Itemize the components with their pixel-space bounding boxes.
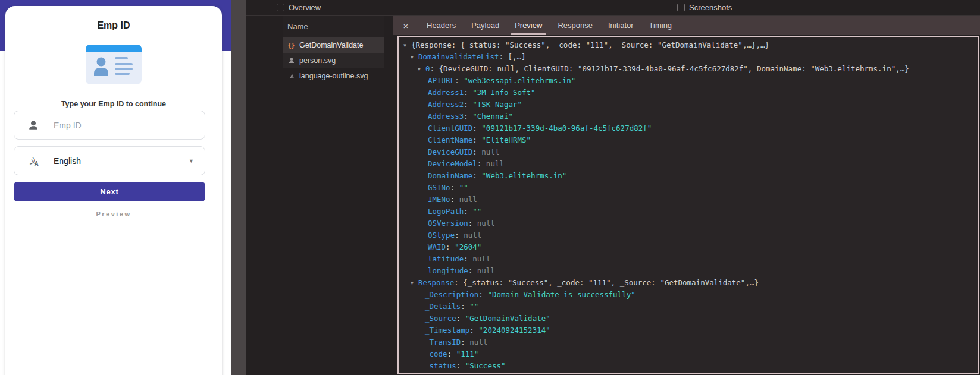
overview-checkbox-group[interactable]: Overview: [277, 3, 321, 12]
json-plain-segment: :: [464, 254, 472, 263]
tab-timing[interactable]: Timing: [641, 16, 680, 35]
close-icon[interactable]: ×: [393, 21, 419, 31]
json-key-segment: _code: [425, 349, 447, 358]
json-plain-segment: :: [477, 159, 486, 168]
json-str-segment: "20240924152314": [478, 326, 550, 335]
json-key-segment: WAID: [428, 242, 446, 251]
language-value: English: [54, 156, 189, 166]
json-key-segment: _Timestamp: [425, 326, 469, 335]
json-tree-row[interactable]: DomainName: "Web3.elitehrms.in": [399, 170, 978, 182]
json-str-segment: "3M Info Soft": [472, 88, 535, 97]
name-column-header[interactable]: Name: [283, 16, 384, 37]
json-key-segment: OSVersion: [428, 219, 468, 228]
json-str-segment: "2604": [455, 242, 481, 251]
json-null-segment: null: [477, 219, 495, 228]
json-null-segment: null: [464, 231, 481, 240]
json-plain-segment: :: [464, 112, 472, 121]
tab-initiator[interactable]: Initiator: [600, 16, 641, 35]
tab-preview[interactable]: Preview: [507, 16, 550, 35]
tab-response[interactable]: Response: [550, 16, 600, 35]
emp-id-field[interactable]: [14, 111, 205, 140]
json-key-segment: _Description: [425, 290, 478, 299]
json-tree-row[interactable]: LogoPath: "": [399, 206, 978, 218]
json-plain-segment: :: [472, 171, 481, 180]
json-plain-segment: {Response: {_status: "Success", _code: "…: [411, 40, 769, 49]
json-tree-row[interactable]: APIURL: "web3essapi.elitehrms.in": [399, 75, 978, 87]
json-plain-segment: :: [478, 290, 487, 299]
json-plain-segment: :: [472, 135, 481, 144]
json-plain-segment: :: [447, 349, 456, 358]
json-tree-row[interactable]: DeviceGUID: null: [399, 146, 978, 158]
json-plain-segment: : {DeviceGUID: null, ClientGUID: "09121b…: [430, 64, 909, 73]
json-key-segment: DomainName: [428, 171, 472, 180]
json-tree-row[interactable]: ClientName: "EliteHRMS": [399, 134, 978, 146]
json-tree-row[interactable]: longitude: null: [399, 265, 978, 277]
json-str-segment: "": [472, 207, 481, 216]
json-tree-row[interactable]: Address3: "Chennai": [399, 111, 978, 122]
request-row[interactable]: language-outline.svg: [283, 68, 384, 84]
json-tree-row[interactable]: _Description: "Domain Validate is succes…: [399, 289, 978, 301]
expand-arrow-icon[interactable]: ▼: [411, 278, 418, 289]
json-tree-row[interactable]: ▼0: {DeviceGUID: null, ClientGUID: "0912…: [399, 63, 978, 75]
language-select[interactable]: 文A English ▼: [14, 146, 205, 175]
json-null-segment: null: [481, 147, 499, 156]
tab-payload[interactable]: Payload: [464, 16, 507, 35]
json-key-segment: _status: [425, 361, 456, 370]
json-tree-row[interactable]: WAID: "2604": [399, 241, 978, 253]
json-tree-row[interactable]: _Details: "": [399, 301, 978, 313]
devtools-panel: Overview Screenshots Name {}GetDomainVal…: [246, 0, 980, 375]
request-row[interactable]: {}GetDomainValidate: [283, 37, 384, 53]
json-tree-row[interactable]: OStype: null: [399, 229, 978, 241]
json-key-segment: OStype: [428, 231, 455, 240]
json-tree-row[interactable]: latitude: null: [399, 253, 978, 265]
json-tree-row[interactable]: _code: "111": [399, 348, 978, 360]
json-tree-row[interactable]: DeviceModel: null: [399, 158, 978, 170]
json-key-segment: Address1: [428, 88, 464, 97]
detail-tab-bar: × HeadersPayloadPreviewResponseInitiator…: [393, 16, 980, 35]
json-plain-segment: :: [469, 326, 478, 335]
json-tree-row[interactable]: ▼Response: {_status: "Success", _code: "…: [399, 277, 978, 289]
json-tree-row[interactable]: Address2: "TSK Nagar": [399, 99, 978, 111]
request-name: person.svg: [299, 56, 336, 65]
json-tree-row[interactable]: ▼DomainvalidateList: [,…]: [399, 51, 978, 63]
json-key-segment: ClientGUID: [428, 124, 472, 133]
overview-checkbox[interactable]: [277, 4, 284, 11]
json-tree-row[interactable]: GSTNo: "": [399, 182, 978, 194]
person-icon: [27, 119, 40, 132]
window-divider: [231, 0, 246, 375]
tab-headers[interactable]: Headers: [419, 16, 464, 35]
json-plain-segment: :: [461, 302, 469, 311]
request-name: GetDomainValidate: [299, 41, 363, 49]
next-button[interactable]: Next: [14, 182, 205, 201]
json-plain-segment: :: [461, 338, 469, 346]
preview-content-area[interactable]: ▼{Response: {_status: "Success", _code: …: [397, 36, 979, 374]
expand-arrow-icon[interactable]: ▼: [411, 52, 418, 64]
json-plain-segment: :: [455, 231, 464, 240]
json-str-segment: "Success": [465, 361, 506, 370]
json-tree-row[interactable]: IMENo: null: [399, 194, 978, 206]
json-tree-row[interactable]: ClientGUID: "09121b17-339d-4ba0-96af-4c5…: [399, 122, 978, 134]
json-str-segment: "TSK Nagar": [472, 100, 522, 109]
screenshots-checkbox[interactable]: [677, 4, 685, 11]
json-tree-row[interactable]: _status: "Success": [399, 360, 978, 372]
json-str-segment: "GetDomainValidate": [465, 314, 550, 323]
chevron-down-icon: ▼: [189, 158, 194, 164]
json-tree-row[interactable]: Address1: "3M Info Soft": [399, 87, 978, 99]
json-tree-row[interactable]: _Source: "GetDomainValidate": [399, 313, 978, 324]
screenshots-checkbox-group[interactable]: Screenshots: [677, 3, 732, 12]
json-key-segment: IMENo: [428, 195, 450, 204]
emp-id-input[interactable]: [54, 121, 173, 130]
request-row[interactable]: person.svg: [283, 53, 384, 68]
json-str-segment: "111": [456, 349, 479, 358]
json-key-segment: LogoPath: [428, 207, 464, 216]
request-name: language-outline.svg: [299, 72, 368, 80]
json-tree-row[interactable]: ▼{Response: {_status: "Success", _code: …: [399, 39, 978, 51]
json-tree-row[interactable]: _Timestamp: "20240924152314": [399, 324, 978, 336]
page-title: Emp ID: [5, 20, 222, 31]
json-plain-segment: : [,…]: [499, 52, 525, 61]
expand-arrow-icon[interactable]: ▼: [418, 64, 425, 75]
expand-arrow-icon[interactable]: ▼: [403, 40, 411, 52]
json-tree-row[interactable]: OSVersion: null: [399, 218, 978, 229]
json-tree-row[interactable]: _TransID: null: [399, 336, 978, 348]
json-plain-segment: :: [464, 207, 472, 216]
